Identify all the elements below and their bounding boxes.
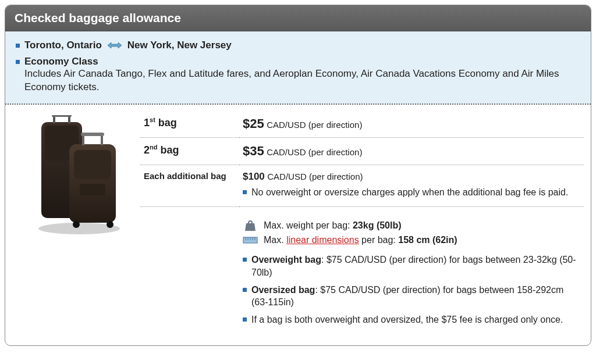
route-text: Toronto, Ontario New York, New Jersey xyxy=(24,40,232,51)
overweight-note: Overweight bag: $75 CAD/USD (per directi… xyxy=(243,254,577,279)
constraints-block: Max. weight per bag: 23kg (50lb) xyxy=(243,213,580,326)
bullet-icon xyxy=(243,317,247,322)
first-bag-row: 1st bag $25 CAD/USD (per direction) xyxy=(140,110,584,138)
additional-bag-row: Each additional bag $100 CAD/USD (per di… xyxy=(140,165,584,207)
svg-point-14 xyxy=(249,221,252,224)
second-bag-value: $35 CAD/USD (per direction) xyxy=(239,137,584,165)
destination-text: New York, New Jersey xyxy=(127,40,232,51)
fare-class-line: Economy Class Includes Air Canada Tango,… xyxy=(16,56,580,94)
bullet-icon xyxy=(243,258,247,262)
svg-rect-7 xyxy=(74,150,111,179)
constraints-row: Max. weight per bag: 23kg (50lb) xyxy=(140,207,584,336)
svg-point-12 xyxy=(73,221,80,228)
combined-note: If a bag is both overweight and oversize… xyxy=(243,313,577,326)
second-bag-row: 2nd bag $35 CAD/USD (per direction) xyxy=(140,137,584,165)
svg-rect-5 xyxy=(52,115,72,117)
bullet-icon xyxy=(243,190,247,194)
bullet-icon xyxy=(16,60,20,64)
svg-point-13 xyxy=(107,221,113,228)
first-bag-value: $25 CAD/USD (per direction) xyxy=(239,110,584,138)
weight-limit-text: Max. weight per bag: 23kg (50lb) xyxy=(264,220,402,231)
baggage-card: Checked baggage allowance Toronto, Ontar… xyxy=(5,5,591,346)
origin-text: Toronto, Ontario xyxy=(24,40,102,51)
second-bag-unit: CAD/USD (per direction) xyxy=(267,147,362,157)
additional-bag-price: $100 xyxy=(243,171,265,182)
luggage-image xyxy=(12,110,140,337)
weight-limit-row: Max. weight per bag: 23kg (50lb) xyxy=(243,220,577,231)
additional-bag-value: $100 CAD/USD (per direction) No overweig… xyxy=(239,165,584,207)
dimension-limit-row: Max. linear dimensions per bag: 158 cm (… xyxy=(243,235,577,245)
ruler-icon xyxy=(243,235,258,245)
additional-bag-label: Each additional bag xyxy=(140,165,239,207)
card-header: Checked baggage allowance xyxy=(5,5,591,31)
main-grid: 1st bag $25 CAD/USD (per direction) 2nd … xyxy=(5,105,591,346)
bidirectional-arrow-icon xyxy=(108,41,122,50)
dimension-limit-text: Max. linear dimensions per bag: 158 cm (… xyxy=(264,235,457,245)
card-title: Checked baggage allowance xyxy=(15,11,181,24)
second-bag-price: $35 xyxy=(243,144,264,158)
route-panel: Toronto, Ontario New York, New Jersey Ec… xyxy=(5,31,591,105)
route-line: Toronto, Ontario New York, New Jersey xyxy=(16,40,580,51)
svg-rect-11 xyxy=(81,133,104,136)
oversized-note: Oversized bag: $75 CAD/USD (per directio… xyxy=(243,284,577,309)
first-bag-label: 1st bag xyxy=(140,110,239,138)
additional-bag-note: No overweight or oversize charges apply … xyxy=(243,186,580,199)
extra-fees-list: Overweight bag: $75 CAD/USD (per directi… xyxy=(243,254,577,326)
svg-rect-8 xyxy=(80,184,105,195)
additional-bag-unit: CAD/USD (per direction) xyxy=(267,172,363,181)
fees-table: 1st bag $25 CAD/USD (per direction) 2nd … xyxy=(140,110,584,337)
fare-class-desc: Includes Air Canada Tango, Flex and Lati… xyxy=(24,67,580,94)
fare-class-title: Economy Class xyxy=(24,56,580,67)
weight-icon xyxy=(243,220,258,231)
first-bag-price: $25 xyxy=(243,116,264,131)
svg-rect-10 xyxy=(101,135,103,145)
second-bag-label: 2nd bag xyxy=(140,137,239,165)
linear-dimensions-link[interactable]: linear dimensions xyxy=(286,235,359,245)
additional-bag-notes: No overweight or oversize charges apply … xyxy=(243,186,580,199)
first-bag-unit: CAD/USD (per direction) xyxy=(267,120,362,130)
fare-class-text: Economy Class Includes Air Canada Tango,… xyxy=(24,56,580,94)
svg-rect-9 xyxy=(82,135,84,145)
bullet-icon xyxy=(16,44,20,48)
details-column: 1st bag $25 CAD/USD (per direction) 2nd … xyxy=(140,110,584,337)
bullet-icon xyxy=(243,288,247,292)
